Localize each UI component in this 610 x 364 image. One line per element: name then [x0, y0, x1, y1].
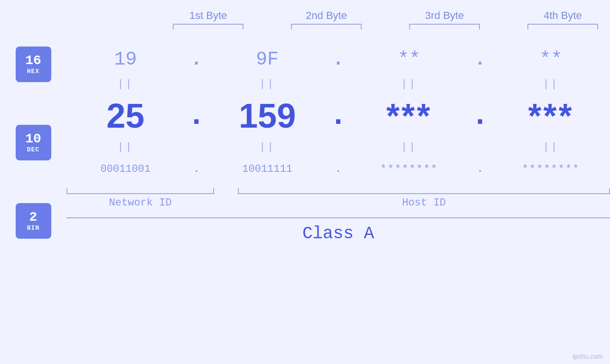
watermark-text: ipshu.com	[572, 353, 603, 360]
bin-dot2: .	[327, 163, 350, 175]
bin-dot1: .	[185, 163, 208, 175]
bin-badge-label: BIN	[27, 224, 39, 232]
eq1-b1: ||	[66, 78, 185, 90]
dec-badge-label: DEC	[27, 146, 39, 153]
class-value: Class A	[302, 224, 374, 243]
hex-badge: 16 HEX	[16, 47, 51, 82]
bin-b1-value: 00011001	[101, 163, 151, 175]
dec-b4-value: ***	[528, 96, 574, 135]
equals-row-1: || || || ||	[66, 77, 610, 91]
dec-b2-value: 159	[239, 96, 296, 135]
bin-b3-value: ********	[380, 163, 438, 175]
eq2-b2-val: ||	[259, 141, 275, 153]
dec-badge: 10 DEC	[16, 125, 51, 160]
byte1-label: 1st Byte	[189, 9, 227, 21]
bin-b4-value: ********	[522, 163, 580, 175]
host-id-label-cell: Host ID	[238, 197, 610, 209]
hex-badge-number: 16	[25, 54, 41, 68]
dec-b4-cell: ***	[492, 96, 610, 135]
byte3-label: 3rd Byte	[425, 9, 464, 21]
hex-b1-cell: 19	[66, 49, 185, 70]
bin-badge-number: 2	[29, 210, 38, 225]
eq2-b2: ||	[208, 141, 327, 153]
byte4-header: 4th Byte	[516, 9, 610, 32]
dec-b2-cell: 159	[208, 96, 327, 135]
watermark: ipshu.com	[572, 353, 603, 360]
hex-b1-value: 19	[114, 49, 137, 70]
dec-badge-number: 10	[25, 132, 41, 147]
network-id-label: Network ID	[109, 197, 172, 209]
byte1-header: 1st Byte	[161, 9, 255, 32]
bin-b3-cell: ********	[350, 163, 469, 175]
eq2-b4-val: ||	[543, 141, 559, 153]
network-bracket	[66, 188, 214, 194]
badges-column: 16 HEX 10 DEC 2 BIN	[0, 32, 66, 364]
byte2-header: 2nd Byte	[279, 9, 374, 32]
bin-badge: 2 BIN	[16, 203, 51, 239]
byte2-bracket-top	[291, 24, 362, 29]
hex-b3-value: **	[398, 49, 421, 70]
byte2-label: 2nd Byte	[306, 9, 347, 21]
eq1-b4-val: ||	[543, 78, 559, 90]
equals-row-2: || || || ||	[66, 140, 610, 154]
hex-dot1: .	[185, 49, 208, 70]
hex-b3-cell: **	[350, 49, 469, 70]
bin-b1-cell: 00011001	[66, 163, 185, 175]
eq2-b3-val: ||	[401, 141, 417, 153]
eq1-b2: ||	[208, 78, 327, 90]
bin-b2-cell: 10011111	[208, 163, 327, 175]
hex-b2-cell: 9F	[208, 49, 327, 70]
hex-b4-cell: **	[492, 49, 610, 70]
host-id-label: Host ID	[402, 197, 446, 209]
byte3-header: 3rd Byte	[397, 9, 492, 32]
dec-b3-value: ***	[386, 96, 432, 135]
main-container: 1st Byte 2nd Byte 3rd Byte 4th Byte 16 H…	[0, 0, 610, 364]
bin-b4-cell: ********	[492, 163, 610, 175]
dec-dot1: .	[185, 99, 208, 133]
byte1-bracket-top	[173, 24, 244, 29]
eq2-b1: ||	[66, 141, 185, 153]
hex-dot3: .	[468, 49, 492, 70]
network-id-label-cell: Network ID	[66, 197, 214, 209]
dec-dot2: .	[327, 99, 350, 133]
eq1-b4: ||	[492, 78, 610, 90]
dec-b1-cell: 25	[66, 96, 185, 135]
eq1-b3: ||	[350, 78, 469, 90]
dec-dot3: .	[468, 99, 492, 133]
bin-row: 00011001 . 10011111 . ******** . *******…	[66, 154, 610, 185]
eq1-b3-val: ||	[401, 78, 417, 90]
hex-badge-label: HEX	[27, 68, 39, 75]
byte3-bracket-top	[409, 24, 480, 29]
bottom-bracket-row	[66, 188, 610, 194]
eq1-b1-val: ||	[117, 78, 133, 90]
hex-b4-value: **	[540, 49, 563, 70]
dec-b3-cell: ***	[350, 96, 469, 135]
byte4-bracket-top	[527, 24, 598, 29]
eq2-b3: ||	[350, 141, 469, 153]
dec-b1-value: 25	[106, 96, 144, 135]
bin-b2-value: 10011111	[242, 163, 292, 175]
bracket-separator	[214, 188, 238, 194]
eq2-b1-val: ||	[117, 141, 133, 153]
byte4-label: 4th Byte	[544, 9, 582, 21]
bin-dot3: .	[468, 163, 492, 175]
class-row: Class A	[66, 217, 610, 243]
host-bracket	[238, 188, 610, 194]
hex-b2-value: 9F	[256, 49, 279, 70]
eq1-b2-val: ||	[259, 78, 275, 90]
eq2-b4: ||	[492, 141, 610, 153]
hex-row: 19 . 9F . ** . **	[66, 42, 610, 77]
dec-row: 25 . 159 . *** . ***	[66, 91, 610, 140]
hex-dot2: .	[327, 49, 350, 70]
id-label-row: Network ID Host ID	[66, 197, 610, 209]
